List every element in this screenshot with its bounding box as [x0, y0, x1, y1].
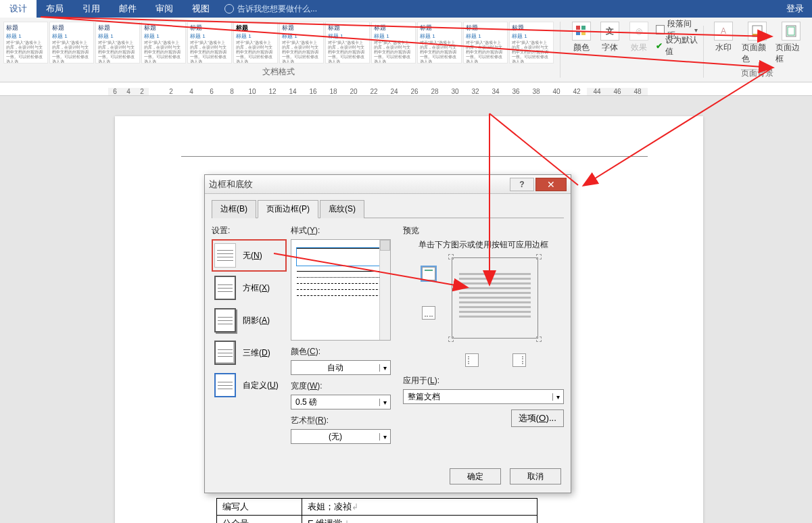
- fonts-button[interactable]: 文 字体: [597, 22, 623, 82]
- tab-borders[interactable]: 边框(B): [212, 200, 256, 218]
- tab-mailings[interactable]: 邮件: [110, 0, 146, 18]
- corner-handle: [536, 254, 542, 259]
- ruler-tick: 12: [262, 88, 283, 95]
- style-thumbnail[interactable]: 标题标题 1对于"插入"选项卡上的库，在设计时与文档中文档的外观协调一致。可以轻…: [49, 22, 94, 64]
- scrollbar[interactable]: [379, 240, 390, 340]
- dialog-tabs: 边框(B) 页面边框(P) 底纹(S): [212, 199, 564, 218]
- toggle-left-border[interactable]: [465, 353, 479, 367]
- corner-handle: [448, 337, 454, 342]
- style-thumbnail[interactable]: 标题标题 1对于"插入"选项卡上的库，在设计时与文档中文档的外观协调一致。可以轻…: [371, 22, 416, 64]
- tab-layout[interactable]: 布局: [37, 0, 73, 18]
- set-default-label: 设为默认值: [665, 34, 698, 57]
- style-line[interactable]: [297, 283, 385, 284]
- watermark-button[interactable]: A 水印: [708, 22, 739, 65]
- set-default[interactable]: ✔ 设为默认值: [656, 39, 698, 53]
- tab-references[interactable]: 引用: [73, 0, 110, 18]
- check-icon: ✔: [656, 41, 663, 51]
- login-link[interactable]: 登录: [786, 3, 804, 15]
- style-label: 样式(Y):: [291, 225, 391, 236]
- toggle-top-border[interactable]: [422, 267, 435, 280]
- art-dropdown[interactable]: (无) ▾: [291, 429, 391, 444]
- separator: [703, 26, 704, 78]
- ruler-tick: 28: [425, 88, 445, 95]
- style-thumbnail[interactable]: 标题标题 1对于"插入"选项卡上的库，在设计时与文档中文档的外观协调一致。可以轻…: [187, 22, 232, 64]
- dialog-close-button[interactable]: ✕: [535, 178, 567, 191]
- tell-me[interactable]: 告诉我您想要做什么...: [224, 3, 317, 15]
- style-line[interactable]: [297, 289, 385, 290]
- tab-review[interactable]: 审阅: [146, 0, 183, 18]
- ruler-tick: 14: [283, 88, 303, 95]
- setting-box-label: 方框(X): [243, 282, 270, 294]
- style-thumbnail[interactable]: 标题标题 1对于"插入"选项卡上的库，在设计时与文档中文档的外观协调一致。可以轻…: [141, 22, 186, 64]
- svg-rect-0: [576, 26, 580, 30]
- colors-button[interactable]: 颜色: [569, 22, 594, 82]
- fonts-icon: 文: [600, 22, 619, 41]
- ruler-tick: 22: [364, 88, 384, 95]
- setting-none[interactable]: 无(N): [212, 239, 287, 272]
- tab-page-border[interactable]: 页面边框(P): [258, 200, 318, 218]
- effects-button[interactable]: ◎ 效果: [625, 22, 651, 82]
- ok-button[interactable]: 确定: [450, 468, 501, 484]
- dialog-titlebar[interactable]: 边框和底纹 ? ✕: [205, 175, 571, 194]
- page-color-icon: [748, 22, 767, 41]
- ruler[interactable]: 6422468101214161820222426283032343638404…: [0, 82, 812, 96]
- style-line[interactable]: [297, 271, 385, 272]
- style-thumbnail[interactable]: 标题标题 1对于"插入"选项卡上的库，在设计时与文档中文档的外观协调一致。可以轻…: [325, 22, 370, 64]
- style-line[interactable]: [297, 295, 385, 296]
- cell-account-label: 公众号: [217, 516, 302, 524]
- tab-design[interactable]: 设计: [0, 0, 37, 18]
- width-value: 0.5 磅: [291, 397, 379, 408]
- ruler-tick: 8: [222, 88, 242, 95]
- setting-3d-icon: [214, 341, 236, 365]
- toggle-bottom-border[interactable]: [422, 306, 435, 320]
- ruler-tick: 16: [303, 88, 323, 95]
- setting-3d[interactable]: 三维(D): [212, 337, 287, 369]
- style-thumbnail[interactable]: 标题标题 1对于"插入"选项卡上的库，在设计时与文档中文档的外观协调一致。可以轻…: [95, 22, 140, 64]
- ruler-tick: 20: [343, 88, 364, 95]
- style-thumbnail[interactable]: 标题标题 1对于"插入"选项卡上的库，在设计时与文档中文档的外观协调一致。可以轻…: [463, 22, 508, 64]
- paragraph-spacing-icon: [656, 25, 665, 34]
- tab-shading[interactable]: 底纹(S): [320, 200, 364, 218]
- style-thumbnail[interactable]: 标题标题 1对于"插入"选项卡上的库，在设计时与文档中文档的外观协调一致。可以轻…: [233, 22, 278, 64]
- svg-rect-3: [581, 31, 586, 35]
- info-table: 编写人 表姐；凌祯↲ 公众号 E 维课堂↲: [216, 498, 538, 523]
- preview-page[interactable]: [452, 257, 538, 339]
- apply-label: 应用于(L):: [403, 375, 564, 387]
- setting-box[interactable]: 方框(X): [212, 272, 287, 304]
- setting-shadow[interactable]: 阴影(A): [212, 304, 287, 337]
- page-color-button[interactable]: 页面颜色: [742, 22, 773, 65]
- ruler-tick: 4: [122, 88, 135, 95]
- style-list[interactable]: [291, 239, 391, 341]
- ribbon-format-col: 段落间距 ▾ ✔ 设为默认值: [656, 23, 698, 82]
- width-spinner[interactable]: 0.5 磅 ▾: [291, 395, 391, 409]
- svg-rect-2: [576, 31, 580, 35]
- cell-author-value: 表姐；凌祯↲: [302, 499, 538, 516]
- setting-shadow-icon: [214, 308, 236, 332]
- style-line[interactable]: [297, 277, 385, 278]
- ruler-tick: 2: [135, 88, 149, 95]
- tab-view[interactable]: 视图: [183, 0, 219, 18]
- cancel-button[interactable]: 取消: [510, 468, 561, 484]
- dialog-help-button[interactable]: ?: [510, 178, 534, 191]
- apply-dropdown[interactable]: 整篇文档 ▾: [403, 389, 564, 404]
- preview-hint: 单击下方图示或使用按钮可应用边框: [403, 239, 564, 251]
- options-button[interactable]: 选项(O)...: [511, 409, 564, 427]
- setting-3d-label: 三维(D): [243, 347, 270, 359]
- style-thumbnail[interactable]: 标题标题 1对于"插入"选项卡上的库，在设计时与文档中文档的外观协调一致。可以轻…: [509, 22, 554, 64]
- style-thumbnail[interactable]: 标题标题 1对于"插入"选项卡上的库，在设计时与文档中文档的外观协调一致。可以轻…: [417, 22, 462, 64]
- color-label: 颜色(C):: [291, 346, 391, 357]
- ruler-tick: 2: [161, 88, 181, 95]
- ribbon-tabbar: 设计 布局 引用 邮件 审阅 视图 告诉我您想要做什么... 登录: [0, 0, 812, 18]
- style-thumbnail[interactable]: 标题标题 1对于"插入"选项卡上的库，在设计时与文档中文档的外观协调一致。可以轻…: [3, 22, 48, 64]
- page-border-button[interactable]: 页面边框: [775, 22, 807, 65]
- style-thumbnail[interactable]: 标题标题 1对于"插入"选项卡上的库，在设计时与文档中文档的外观协调一致。可以轻…: [279, 22, 324, 64]
- color-dropdown[interactable]: 自动 ▾: [291, 360, 391, 375]
- toggle-right-border[interactable]: [512, 353, 526, 367]
- art-label: 艺术型(R):: [291, 415, 391, 426]
- style-gallery[interactable]: 标题标题 1对于"插入"选项卡上的库，在设计时与文档中文档的外观协调一致。可以轻…: [0, 18, 557, 64]
- setting-custom[interactable]: 自定义(U): [212, 369, 287, 401]
- setting-shadow-label: 阴影(A): [243, 315, 270, 326]
- svg-rect-5: [753, 34, 762, 36]
- style-solid[interactable]: [297, 248, 385, 266]
- style-gallery-label: 文档格式: [0, 66, 557, 78]
